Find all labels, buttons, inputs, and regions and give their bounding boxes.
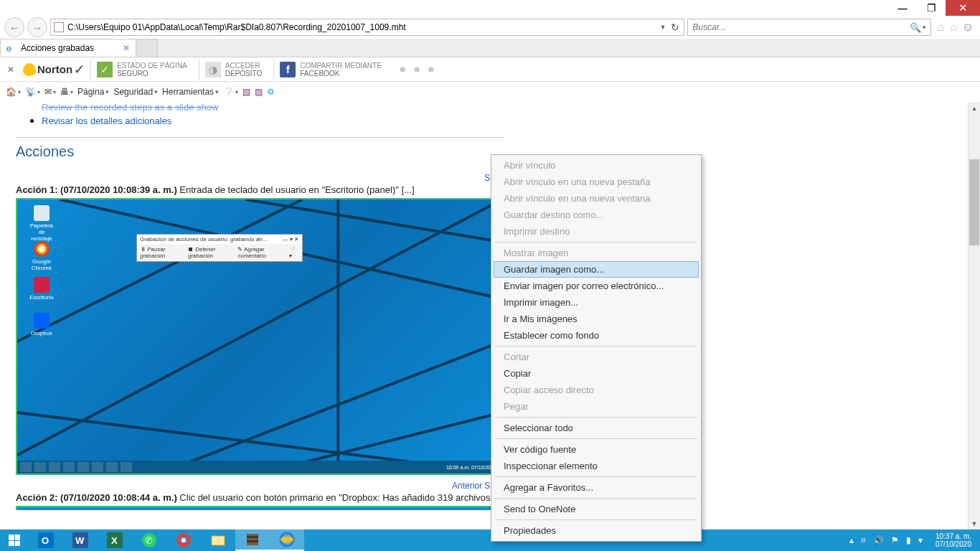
settings-gear-icon[interactable]: ⚙ xyxy=(267,87,275,97)
feeds-menu[interactable]: 📡 ▾ xyxy=(25,87,40,97)
share-item[interactable]: f COMPARTIR MEDIANTEFACEBOOK xyxy=(273,59,387,80)
system-tray: ▴ ⌗ 🔊 ⚑ ▮ ▾ 10:37 a. m. 07/10/2020 xyxy=(849,532,980,548)
ctx-email-image[interactable]: Enviar imagen por correo electrónico... xyxy=(494,278,699,294)
page-status-item[interactable]: ✓ ESTADO DE PÁGINASEGURO xyxy=(90,59,193,80)
ctx-save-target: Guardar destino como... xyxy=(494,207,699,223)
svg-rect-19 xyxy=(212,536,225,545)
tray-flag-icon[interactable]: ⚑ xyxy=(891,535,899,545)
ctx-cut: Cortar xyxy=(494,349,699,365)
vertical-scrollbar[interactable]: ▲ ▼ xyxy=(968,102,980,529)
svg-rect-21 xyxy=(247,536,258,538)
onenote-icon[interactable]: ▧ xyxy=(255,87,263,97)
page-menu[interactable]: Página xyxy=(77,87,109,97)
scroll-up-icon[interactable]: ▲ xyxy=(969,102,980,114)
ie-icon: e xyxy=(6,43,17,53)
svg-rect-22 xyxy=(247,540,258,542)
tools-gear-icon[interactable]: ⚙ xyxy=(963,21,973,34)
taskbar-chrome[interactable] xyxy=(166,529,201,551)
norton-shield-icon xyxy=(23,63,36,76)
search-box[interactable]: 🔍 ▾ xyxy=(687,19,931,36)
address-bar-row: ← → ▼ ↻ 🔍 ▾ ⌂ ☆ ⚙ xyxy=(0,16,980,39)
ctx-properties[interactable]: Propiedades xyxy=(494,522,699,539)
ctx-print-target: Imprimir destino xyxy=(494,223,699,240)
svg-text:X: X xyxy=(111,535,118,546)
ctx-view-source[interactable]: Ver código fuente xyxy=(494,441,699,458)
back-button[interactable]: ← xyxy=(4,17,24,37)
section-divider xyxy=(16,137,504,138)
taskbar-word[interactable]: W xyxy=(63,529,98,551)
toolbar-close-icon[interactable]: ✕ xyxy=(4,65,17,75)
taskbar-outlook[interactable]: O xyxy=(29,529,63,551)
frame-icons: ⌂ ☆ ⚙ xyxy=(934,21,976,34)
psr-window: Grabación de acciones de usuario: graban… xyxy=(136,234,303,262)
search-icon[interactable]: 🔍 xyxy=(910,22,921,33)
refresh-button[interactable]: ↻ xyxy=(669,22,681,33)
home-icon[interactable]: ⌂ xyxy=(937,21,944,34)
print-menu[interactable]: 🖶 ▾ xyxy=(60,87,73,97)
screenshot-step-2-top xyxy=(16,506,502,510)
scroll-thumb[interactable] xyxy=(969,159,979,245)
embedded-taskbar: 10:09 a.m. 07/10/2020 xyxy=(17,461,501,474)
step-1-line: Acción 1: (07/10/2020 10:08:39 a. m.) En… xyxy=(16,184,952,195)
onenote-linked-icon[interactable]: ▧ xyxy=(242,87,250,97)
desktop-dropbox: Dropbox xyxy=(27,313,56,336)
taskbar-winrar[interactable] xyxy=(235,529,270,551)
ctx-goto-images[interactable]: Ir a Mis imágenes xyxy=(494,311,699,327)
home-menu[interactable]: 🏠 ▾ xyxy=(6,87,21,97)
ctx-add-favorites[interactable]: Agregar a Favoritos... xyxy=(494,479,699,496)
search-dropdown[interactable]: ▾ xyxy=(923,24,926,31)
scroll-down-icon[interactable]: ▼ xyxy=(969,517,980,529)
close-button[interactable]: ✕ xyxy=(946,0,980,16)
ctx-select-all[interactable]: Seleccionar todo xyxy=(494,420,699,436)
tab-active[interactable]: e Acciones grabadas ✕ xyxy=(0,39,136,57)
url-dropdown[interactable]: ▼ xyxy=(659,24,666,31)
help-menu[interactable]: ❔ ▾ xyxy=(223,87,238,97)
ctx-copy[interactable]: Copiar xyxy=(494,365,699,382)
check-icon: ✓ xyxy=(97,62,113,77)
forward-button[interactable]: → xyxy=(27,17,47,37)
desktop-chrome: Google Chrome xyxy=(27,241,56,271)
tray-network-icon[interactable]: ▾ xyxy=(918,535,923,545)
security-menu[interactable]: Seguridad xyxy=(113,87,158,97)
mail-menu[interactable]: ✉ ▾ xyxy=(44,87,56,97)
more-icon[interactable]: ● ● ● xyxy=(393,62,437,77)
svg-point-18 xyxy=(182,538,186,542)
ctx-save-image[interactable]: Guardar imagen como... xyxy=(494,261,699,278)
norton-toolbar: ✕ Norton ✓ ✓ ESTADO DE PÁGINASEGURO ◑ AC… xyxy=(0,57,980,82)
command-bar: 🏠 ▾ 📡 ▾ ✉ ▾ 🖶 ▾ Página Seguridad Herrami… xyxy=(0,82,980,102)
tab-strip: e Acciones grabadas ✕ xyxy=(0,39,980,57)
norton-logo[interactable]: Norton ✓ xyxy=(23,62,85,77)
tray-clock[interactable]: 10:37 a. m. 07/10/2020 xyxy=(930,532,977,548)
vault-item[interactable]: ◑ ACCEDERDEPÓSITO xyxy=(199,59,268,80)
tray-chevron-icon[interactable]: ▴ xyxy=(849,535,854,545)
svg-text:✆: ✆ xyxy=(145,535,153,546)
tab-close-icon[interactable]: ✕ xyxy=(123,43,130,53)
start-button[interactable] xyxy=(0,529,29,551)
tools-menu[interactable]: Herramientas xyxy=(162,87,219,97)
url-input[interactable] xyxy=(67,22,656,32)
address-bar[interactable]: ▼ ↻ xyxy=(50,19,684,36)
taskbar-ie[interactable] xyxy=(270,529,304,551)
ctx-open-link-win: Abrir vínculo en una nueva ventana xyxy=(494,190,699,207)
desktop-desktop: Escritorio xyxy=(27,277,56,301)
favorites-icon[interactable]: ☆ xyxy=(948,21,958,34)
ctx-inspect[interactable]: Inspeccionar elemento xyxy=(494,458,699,474)
ctx-send-onenote[interactable]: Send to OneNote xyxy=(494,501,699,517)
taskbar-whatsapp[interactable]: ✆ xyxy=(132,529,166,551)
minimize-button[interactable] xyxy=(888,0,917,16)
nav-prev-next-link[interactable]: Anterior Sigui xyxy=(16,481,504,491)
ctx-print-image[interactable]: Imprimir imagen... xyxy=(494,294,699,311)
maximize-button[interactable]: ❐ xyxy=(917,0,946,16)
nav-next-link[interactable]: Sigui xyxy=(16,173,504,183)
screenshot-step-1[interactable]: Papelera de reciclaje Google Chrome Escr… xyxy=(16,198,502,475)
step-2-line: Acción 2: (07/10/2020 10:08:44 a. m.) Cl… xyxy=(16,492,952,503)
search-input[interactable] xyxy=(692,22,910,32)
tray-battery-icon[interactable]: ▮ xyxy=(906,535,911,545)
tray-volume-icon[interactable]: 🔊 xyxy=(873,535,884,545)
new-tab-button[interactable] xyxy=(136,39,158,57)
tray-dropbox-icon[interactable]: ⌗ xyxy=(861,535,866,545)
link-review-details[interactable]: Revisar los detalles adicionales xyxy=(42,116,171,126)
taskbar-explorer[interactable] xyxy=(201,529,235,551)
ctx-set-bg[interactable]: Establecer como fondo xyxy=(494,327,699,344)
taskbar-excel[interactable]: X xyxy=(98,529,132,551)
